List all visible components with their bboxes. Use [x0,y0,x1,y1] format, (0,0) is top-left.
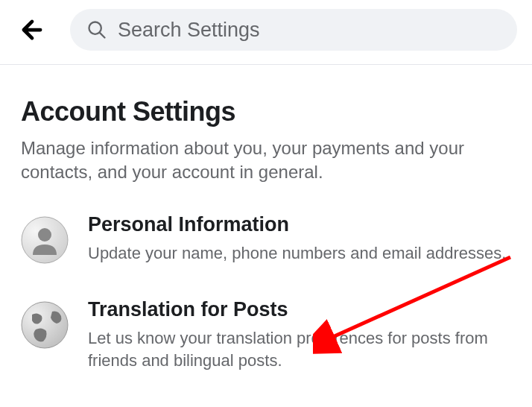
search-input[interactable]: Search Settings [70,9,517,51]
item-text: Translation for Posts Let us know your t… [88,298,511,371]
settings-item-personal-information[interactable]: Personal Information Update your name, p… [21,213,511,265]
svg-point-4 [22,302,68,348]
svg-line-1 [100,33,104,37]
arrow-left-icon [18,16,46,44]
back-button[interactable] [15,13,49,47]
svg-point-3 [38,228,51,242]
item-description: Let us know your translation preferences… [88,327,511,371]
settings-item-translation-for-posts[interactable]: Translation for Posts Let us know your t… [21,298,511,371]
item-title: Personal Information [88,213,511,236]
globe-icon [21,301,69,349]
item-title: Translation for Posts [88,298,511,321]
item-description: Update your name, phone numbers and emai… [88,242,511,265]
person-icon [21,216,69,264]
item-text: Personal Information Update your name, p… [88,213,511,265]
content-area: Account Settings Manage information abou… [0,65,532,372]
page-subtitle: Manage information about you, your payme… [21,136,511,185]
page-title: Account Settings [21,96,511,127]
search-placeholder: Search Settings [118,19,260,42]
header-bar: Search Settings [0,0,532,65]
search-icon [86,19,107,40]
